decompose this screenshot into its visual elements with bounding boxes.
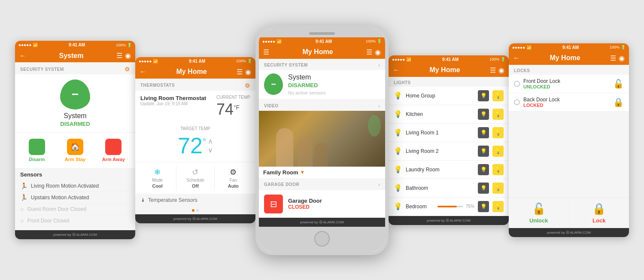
center-video-chevron[interactable]: › <box>378 103 380 109</box>
phone-security: ●●●●● 📶 9:41 AM 100% 🔋 ← System ☰ ◉ SECU… <box>15 41 135 239</box>
lights-list: 💡 Home Group 💡 💡 💡 Kitchen 💡 💡 💡 Living … <box>389 87 509 216</box>
menu-icon-4[interactable]: ☰ <box>490 66 496 74</box>
nav-bar-2: ← My Home ☰◉ <box>135 65 255 79</box>
phone-center: ●●●●● 📶 9:41 AM 100% 🔋 ☰ My Home ☰◉ SECU… <box>255 25 389 255</box>
arm-stay-button[interactable]: 🏠 Arm Stay <box>58 136 92 164</box>
battery-pct-3: 100% <box>366 39 376 43</box>
toggle-off-home-group[interactable]: 💡 <box>478 90 489 101</box>
nav-right-3[interactable]: ☰◉ <box>366 48 381 56</box>
signal-area: ●●●●● 📶 <box>18 43 38 47</box>
center-security-area: − System DISARMED No active sensors <box>259 70 385 99</box>
screen-content-5: LOCKS Front Door Lock UNLOCKED 🔓 Back Do… <box>509 65 629 228</box>
nav-right-2[interactable]: ☰◉ <box>237 68 251 76</box>
video-dropdown-icon[interactable]: ▾ <box>301 169 304 175</box>
lock-button[interactable]: 🔒 Lock <box>569 198 629 228</box>
nav-right-4[interactable]: ☰◉ <box>490 66 504 74</box>
menu-icon-2[interactable]: ☰ <box>237 68 243 76</box>
mode-control[interactable]: ❄ Mode Cool <box>139 166 176 190</box>
back-icon-4[interactable]: ← <box>393 66 400 74</box>
arm-stay-icon: 🏠 <box>67 139 83 155</box>
light-name-lr1: Living Room 1 <box>406 130 474 136</box>
unlock-button[interactable]: 🔓 Unlock <box>509 198 569 228</box>
nav-title-2: My Home <box>176 68 207 76</box>
settings-icon-4[interactable]: ◉ <box>498 66 504 74</box>
schedule-control[interactable]: ↺ Schedule Off <box>176 166 214 190</box>
toggle-on-bedroom[interactable]: 💡 <box>492 201 504 212</box>
disarm-button[interactable]: 🛡 Disarm <box>19 136 54 164</box>
nav-right-1[interactable]: ☰ ◉ <box>116 52 131 60</box>
bulb-icon-lr1: 💡 <box>394 128 402 137</box>
toggle-on-lr2[interactable]: 💡 <box>492 146 504 157</box>
fan-control[interactable]: ⚙ Fan Auto <box>215 166 252 190</box>
center-garage-chevron[interactable]: › <box>378 182 380 188</box>
time-display-1: 9:41 AM <box>69 43 85 47</box>
nav-left-5[interactable]: ← <box>513 54 520 62</box>
thermometer-icon: 🌡 <box>140 197 146 203</box>
lock-radio-front[interactable] <box>514 81 520 87</box>
menu-icon-5[interactable]: ☰ <box>610 54 616 62</box>
sensors-section: Sensors 🏃 Living Room Motion Activated 🏃… <box>15 168 135 230</box>
arm-away-button[interactable]: ✔ Arm Away <box>96 136 131 164</box>
toggle-on-laundry[interactable]: 💡 <box>492 164 504 175</box>
video-room-name: Family Room <box>263 169 298 176</box>
back-icon-2[interactable]: ← <box>140 68 146 76</box>
screen-content-4: LIGHTS 💡 Home Group 💡 💡 💡 Kitchen 💡 💡 <box>389 77 509 216</box>
center-security-chevron[interactable]: › <box>378 62 380 68</box>
toggle-off-bathroom[interactable]: 💡 <box>478 183 489 194</box>
nav-right-5[interactable]: ☰◉ <box>610 54 625 62</box>
nav-left-4[interactable]: ← <box>393 66 400 74</box>
nav-bar-4: ← My Home ☰◉ <box>389 64 509 77</box>
toggle-on-lr1[interactable]: 💡 <box>492 127 504 138</box>
sensor-name-4: Front Door Closed <box>27 218 69 224</box>
person-silhouette-2 <box>298 137 313 167</box>
nav-bar-3: ☰ My Home ☰◉ <box>259 46 385 59</box>
menu-icon-3[interactable]: ☰ <box>366 48 372 56</box>
toggle-off-lr2[interactable]: 💡 <box>478 146 489 157</box>
plant-decor <box>368 115 381 137</box>
toggle-off-lr1[interactable]: 💡 <box>478 127 489 138</box>
nav-left-1[interactable]: ← <box>19 52 26 60</box>
temp-sensors-row: 🌡 Temperature Sensors <box>135 194 255 207</box>
back-icon-5[interactable]: ← <box>513 54 520 62</box>
toggle-on-home-group[interactable]: 💡 <box>492 90 504 101</box>
dot-1 <box>192 209 194 212</box>
temp-down-arrow[interactable]: ∨ <box>208 146 213 154</box>
hamburger-icon-3[interactable]: ☰ <box>263 48 269 56</box>
lock-radio-back[interactable] <box>514 99 520 105</box>
back-icon-1[interactable]: ← <box>19 52 26 60</box>
toggle-on-bathroom[interactable]: 💡 <box>492 183 504 194</box>
temp-up-arrow[interactable]: ∧ <box>208 137 213 145</box>
sensor-name-2: Upstairs Motion Activated <box>31 195 89 201</box>
video-thumbnail[interactable] <box>259 111 385 167</box>
nav-left-3[interactable]: ☰ <box>263 48 269 56</box>
lock-icon: 🔒 <box>592 202 606 216</box>
nav-title-1: System <box>59 52 84 60</box>
toggle-off-kitchen[interactable]: 💡 <box>478 109 489 120</box>
dimmer-track-bedroom[interactable] <box>437 206 463 207</box>
settings-icon-5[interactable]: ◉ <box>619 54 625 62</box>
security-settings-icon[interactable]: ⚙ <box>125 66 130 73</box>
home-button-area[interactable] <box>259 227 385 252</box>
garage-icon: ⊟ <box>264 195 283 213</box>
menu-icon-1[interactable]: ☰ <box>116 52 122 60</box>
lock-action-buttons: 🔓 Unlock 🔒 Lock <box>509 198 629 228</box>
toggle-off-laundry[interactable]: 💡 <box>478 164 489 175</box>
toggle-off-bedroom[interactable]: 💡 <box>478 201 489 212</box>
phone-thermostat: ●●●●● 📶 9:41 AM 100% 🔋 ← My Home ☰◉ THER… <box>135 57 255 223</box>
bulb-icon-home-group: 💡 <box>394 91 402 100</box>
sensor-item-4: ○ Front Door Closed <box>20 215 130 227</box>
toggle-on-kitchen[interactable]: 💡 <box>492 109 504 120</box>
settings-icon-3[interactable]: ◉ <box>375 48 381 56</box>
settings-icon-1[interactable]: ◉ <box>125 52 131 60</box>
battery-icon-4: 🔋 <box>501 57 505 61</box>
nav-left-2[interactable]: ← <box>140 68 146 76</box>
center-system-status: DISARMED <box>288 82 325 88</box>
signal-2: ●●●●● 📶 <box>139 59 158 64</box>
thermo-settings-icon[interactable]: ⚙ <box>245 82 250 89</box>
light-item-home-group: 💡 Home Group 💡 💡 <box>389 87 509 105</box>
target-unit: ° <box>203 137 206 147</box>
battery-3: 100% 🔋 <box>366 39 382 43</box>
lights-section-header: LIGHTS <box>389 77 509 87</box>
home-button[interactable] <box>314 231 330 247</box>
settings-icon-2[interactable]: ◉ <box>245 68 251 76</box>
